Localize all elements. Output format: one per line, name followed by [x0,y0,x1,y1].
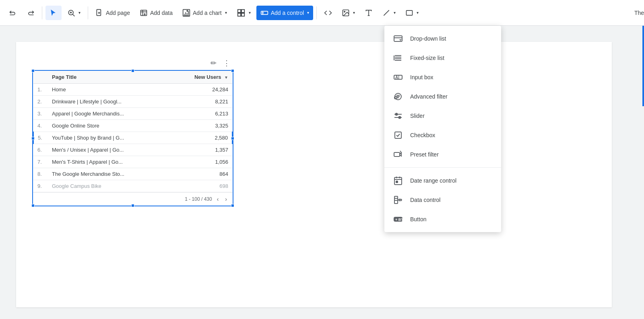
svg-point-28 [344,11,345,12]
more-widget-button[interactable]: ⋮ [221,58,232,68]
table-widget-controls: ✏ ⋮ [32,58,233,68]
rectangle-button[interactable]: ▾ [401,6,423,20]
next-page-button[interactable]: › [223,195,229,203]
svg-rect-54 [394,177,402,185]
code-embed-button[interactable] [320,6,336,20]
component-button[interactable]: ▾ [233,5,255,21]
component-icon [237,8,246,17]
date-range-icon [392,175,404,186]
dropdown-item-slider[interactable]: Slider [384,106,501,126]
edit-widget-button[interactable]: ✏ [209,58,218,68]
row-new-users: 864 [169,168,232,180]
add-chart-button[interactable]: Add a chart ▾ [178,6,231,20]
prev-page-button[interactable]: ‹ [215,195,221,203]
row-page-title: Men's / Unisex | Apparel | Go... [48,144,169,156]
table-row[interactable]: 9. Google Campus Bike 698 [33,180,232,192]
dropdown-item-label: Date range control [410,177,456,184]
add-chart-icon [182,9,190,17]
dropdown-item-date-range[interactable]: Date range control [384,171,501,190]
dropdown-item-dropdown-list[interactable]: Drop-down list [384,29,501,48]
select-tool-button[interactable] [45,6,62,20]
handle-top-mid[interactable] [131,69,134,72]
handle-mid-left[interactable] [31,137,35,140]
row-index: 7. [33,156,48,168]
table-row[interactable]: 8. The Google Merchandise Sto... 864 [33,168,232,180]
dropdown-item-advanced-filter[interactable]: Advanced filter [384,87,501,106]
undo-button[interactable] [5,6,21,20]
svg-line-31 [384,10,389,15]
redo-icon [27,9,35,17]
add-page-button[interactable]: Add page [91,6,134,20]
dropdown-item-input-box[interactable]: A| Input box [384,68,501,87]
dropdown-item-label: Input box [410,74,433,80]
rectangle-icon [405,9,413,17]
row-index: 8. [33,168,48,180]
table-row[interactable]: 3. Apparel | Google Merchandis... 6,213 [33,108,232,120]
add-data-button[interactable]: Add data [136,6,177,20]
row-new-users: 1,056 [169,156,232,168]
row-new-users: 698 [169,180,232,192]
redo-button[interactable] [23,6,39,20]
checkbox-icon [392,130,404,141]
pagination-info: 1 - 100 / 430 [185,196,212,202]
text-button[interactable] [361,6,377,20]
handle-mid-right[interactable] [231,137,234,140]
undo-icon [9,9,17,17]
svg-rect-21 [242,9,244,12]
row-index: 6. [33,144,48,156]
row-new-users: 2,580 [169,132,232,144]
svg-rect-53 [394,152,400,156]
table-widget: Page Title New Users ▼ 1. Home 24 [32,70,233,206]
zoom-button[interactable]: ▾ [63,6,85,20]
table-row[interactable]: 6. Men's / Unisex | Apparel | Go... 1,35… [33,144,232,156]
line-button[interactable]: ▾ [378,6,400,20]
dropdown-item-fixed-size-list[interactable]: Fixed-size list [384,48,501,68]
table-row[interactable]: 7. Men's T-Shirts | Apparel | Go... 1,05… [33,156,232,168]
handle-bot-mid[interactable] [131,204,134,207]
dropdown-item-data-control[interactable]: Data control [384,190,501,210]
zoom-icon [67,9,75,17]
add-control-button[interactable]: Add a control ▾ [256,6,314,20]
dropdown-item-label: Button [410,216,426,222]
dropdown-item-button[interactable]: + BTN Button [384,210,501,229]
table-row[interactable]: 4. Google Online Store 3,325 [33,120,232,132]
svg-rect-20 [237,9,240,12]
dropdown-item-label: Advanced filter [410,93,448,100]
row-new-users: 3,325 [169,120,232,132]
add-data-icon [140,9,148,17]
row-page-title: Men's T-Shirts | Apparel | Go... [48,156,169,168]
toolbar: ▾ Add page Add data [0,0,644,26]
divider-2 [88,6,88,19]
table-row[interactable]: 5. YouTube | Shop by Brand | G... 2,580 [33,132,232,144]
table-header: Page Title New Users ▼ [33,71,232,84]
col-label-page-title: Page Title [52,74,76,80]
dropdown-item-label: Data control [410,197,440,203]
cursor-icon [50,9,58,17]
table-row[interactable]: 1. Home 24,284 [33,84,232,96]
dropdown-item-checkbox[interactable]: Checkbox [384,126,501,145]
row-new-users: 6,213 [169,108,232,120]
fixed-size-list-icon [392,52,404,64]
row-page-title: YouTube | Shop by Brand | G... [48,132,169,144]
row-index: 5. [33,132,48,144]
svg-rect-33 [394,36,402,41]
row-index: 3. [33,108,48,120]
svg-rect-7 [140,10,147,15]
row-new-users: 1,357 [169,144,232,156]
col-header-page-title[interactable]: Page Title [48,71,169,84]
dropdown-item-preset-filter[interactable]: Preset filter [384,145,501,164]
dropdown-item-label: Fixed-size list [410,55,444,61]
row-new-users: 8,221 [169,96,232,108]
handle-top-right[interactable] [231,69,234,72]
col-header-new-users[interactable]: New Users ▼ [169,71,232,84]
table-row[interactable]: 2. Drinkware | Lifestyle | Googl... 8,22… [33,96,232,108]
add-chart-label: Add a chart [193,10,222,16]
svg-rect-58 [396,181,398,183]
row-new-users: 24,284 [169,84,232,96]
row-page-title: Google Online Store [48,120,169,132]
handle-bot-right[interactable] [231,204,234,207]
handle-bot-left[interactable] [31,204,35,207]
image-button[interactable]: ▾ [338,6,359,20]
handle-top-left[interactable] [31,69,35,72]
line-chevron: ▾ [394,10,396,15]
